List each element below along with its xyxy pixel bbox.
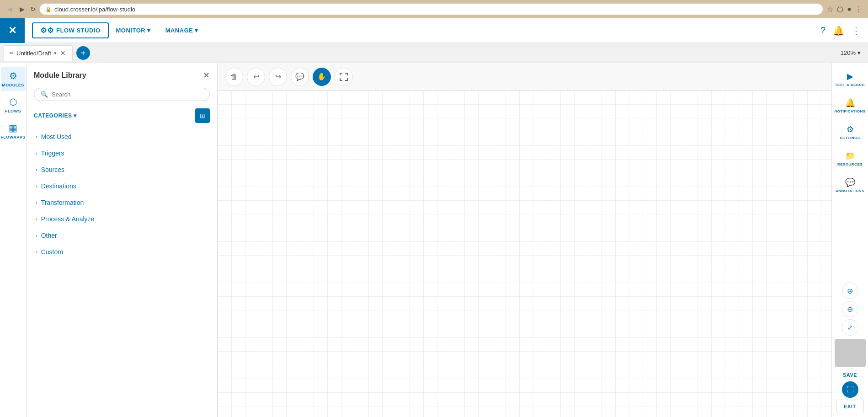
top-nav: ✕ ⚙⚙ FLOW STUDIO MONITOR ▾ MANAGE ▾ ? 🔔 … bbox=[0, 18, 868, 43]
notifications-right-button[interactable]: 🔔 NOTIFICATIONS bbox=[833, 93, 868, 118]
menu-button[interactable]: ⋮ bbox=[855, 5, 863, 14]
fullscreen-button[interactable]: ⛶ bbox=[842, 381, 858, 398]
tab-edit-icon: ✏ bbox=[10, 50, 14, 56]
canvas-area: 🗑 ↩ ↪ 💬 ✋ bbox=[218, 63, 831, 417]
back-button[interactable]: ◀ bbox=[5, 4, 14, 15]
categories-text: CATEGORIES bbox=[34, 112, 72, 119]
zoom-out-icon: ⊖ bbox=[847, 305, 853, 314]
forward-button[interactable]: ▶ bbox=[18, 4, 27, 15]
category-sources[interactable]: › Sources bbox=[34, 161, 210, 178]
chevron-destinations-icon: › bbox=[36, 183, 37, 189]
main-content: ⚙ MODULES ⬡ FLOWS ▦ FLOWAPPS Module Libr… bbox=[0, 63, 868, 417]
save-button[interactable]: SAVE bbox=[841, 370, 859, 380]
tab-title: Untitled/Draft bbox=[16, 50, 51, 57]
category-triggers[interactable]: › Triggers bbox=[34, 145, 210, 161]
refresh-button[interactable]: ↻ bbox=[30, 5, 36, 13]
canvas-main[interactable] bbox=[218, 91, 831, 417]
sidebar-item-modules[interactable]: ⚙ MODULES bbox=[1, 67, 26, 91]
category-other[interactable]: › Other bbox=[34, 227, 210, 244]
flow-studio-button[interactable]: ⚙⚙ FLOW STUDIO bbox=[32, 22, 109, 38]
redo-tool-button[interactable]: ↪ bbox=[269, 68, 287, 86]
undo-tool-button[interactable]: ↩ bbox=[247, 68, 265, 86]
annotations-icon: 💬 bbox=[845, 177, 855, 187]
categories-grid-view-button[interactable]: ⊞ bbox=[195, 108, 210, 123]
zoom-out-button[interactable]: ⊖ bbox=[842, 301, 858, 317]
flow-studio-icon: ⚙⚙ bbox=[40, 26, 53, 35]
zoom-indicator[interactable]: 120% ▾ bbox=[841, 49, 861, 56]
undo-icon: ↩ bbox=[253, 72, 259, 81]
category-sources-label: Sources bbox=[41, 166, 64, 173]
chevron-transformation-icon: › bbox=[36, 200, 37, 205]
browser-chrome: ◀ ▶ ↻ 🔒 cloud.crosser.io/ipa/flow-studio… bbox=[0, 0, 868, 18]
category-custom[interactable]: › Custom bbox=[34, 244, 210, 260]
chevron-triggers-icon: › bbox=[36, 150, 37, 156]
manage-chevron-icon: ▾ bbox=[195, 27, 198, 34]
search-box[interactable]: 🔍 bbox=[34, 88, 210, 101]
search-input[interactable] bbox=[52, 91, 203, 98]
category-transformation[interactable]: › Transformation bbox=[34, 194, 210, 211]
logo-button[interactable]: ✕ bbox=[0, 18, 25, 43]
annotations-button[interactable]: 💬 ANNOTATIONS bbox=[833, 173, 868, 198]
category-custom-label: Custom bbox=[41, 248, 63, 256]
test-debug-button[interactable]: ▶ TEST & DEBUG bbox=[833, 67, 868, 91]
category-most-used[interactable]: › Most Used bbox=[34, 128, 210, 145]
sidebar-item-flows[interactable]: ⬡ FLOWS bbox=[1, 93, 26, 117]
delete-icon: 🗑 bbox=[230, 73, 238, 81]
category-process-analyze[interactable]: › Process & Analyze bbox=[34, 211, 210, 227]
fullscreen-icon: ⛶ bbox=[847, 385, 854, 394]
chevron-most-used-icon: › bbox=[36, 134, 37, 139]
tab-add-button[interactable]: + bbox=[76, 46, 90, 60]
canvas-toolbar: 🗑 ↩ ↪ 💬 ✋ bbox=[218, 63, 831, 91]
zoom-value: 120% bbox=[841, 49, 856, 56]
extensions-button[interactable]: ⬡ bbox=[837, 5, 843, 14]
tab-bar: ✏ Untitled/Draft ▾ ✕ + 120% ▾ bbox=[0, 43, 868, 63]
marquee-tool-button[interactable] bbox=[335, 68, 353, 86]
search-icon: 🔍 bbox=[41, 91, 48, 98]
right-bottom-actions: ⊕ ⊖ ⤢ SAVE ⛶ EXIT bbox=[832, 283, 868, 417]
delete-tool-button[interactable]: 🗑 bbox=[225, 68, 243, 86]
help-button[interactable]: ? bbox=[820, 25, 825, 36]
zoom-chevron-icon: ▾ bbox=[857, 49, 861, 56]
left-sidebar: ⚙ MODULES ⬡ FLOWS ▦ FLOWAPPS bbox=[0, 63, 27, 417]
manage-button[interactable]: MANAGE ▾ bbox=[158, 24, 206, 37]
select-hand-icon: ✋ bbox=[317, 72, 326, 81]
notifications-nav-button[interactable]: 🔔 bbox=[833, 25, 844, 36]
resources-button[interactable]: 📁 RESOURCES bbox=[833, 146, 868, 171]
categories-chevron-icon: ▾ bbox=[74, 112, 77, 119]
zoom-in-icon: ⊕ bbox=[847, 287, 853, 295]
module-library-close-button[interactable]: ✕ bbox=[203, 70, 210, 80]
tab-close-button[interactable]: ✕ bbox=[59, 49, 67, 57]
browser-actions: ☆ ⬡ ● ⋮ bbox=[827, 5, 863, 14]
redo-icon: ↪ bbox=[275, 72, 281, 81]
nav-right: ? 🔔 ⋮ bbox=[820, 25, 861, 36]
tab-untitled[interactable]: ✏ Untitled/Draft ▾ ✕ bbox=[4, 45, 73, 61]
more-options-button[interactable]: ⋮ bbox=[852, 25, 861, 36]
exit-label: EXIT bbox=[844, 404, 856, 409]
exit-button[interactable]: EXIT bbox=[836, 400, 864, 413]
zoom-in-button[interactable]: ⊕ bbox=[842, 283, 858, 299]
categories-label[interactable]: CATEGORIES ▾ bbox=[34, 112, 77, 119]
module-library-panel: Module Library ✕ 🔍 CATEGORIES ▾ ⊞ › Most bbox=[27, 63, 218, 417]
chevron-custom-icon: › bbox=[36, 249, 37, 255]
category-destinations[interactable]: › Destinations bbox=[34, 178, 210, 194]
save-label: SAVE bbox=[843, 372, 857, 378]
right-sidebar: ▶ TEST & DEBUG 🔔 NOTIFICATIONS ⚙ SETTING… bbox=[831, 63, 868, 417]
monitor-label: MONITOR bbox=[116, 27, 146, 34]
modules-icon: ⚙ bbox=[9, 70, 17, 81]
category-destinations-label: Destinations bbox=[41, 182, 76, 190]
app-container: ✕ ⚙⚙ FLOW STUDIO MONITOR ▾ MANAGE ▾ ? 🔔 … bbox=[0, 18, 868, 417]
profile-button[interactable]: ● bbox=[847, 5, 852, 13]
select-tool-button[interactable]: ✋ bbox=[313, 68, 331, 86]
module-library-title: Module Library bbox=[34, 71, 86, 80]
flows-icon: ⬡ bbox=[9, 96, 17, 107]
settings-button[interactable]: ⚙ SETTINGS bbox=[833, 120, 868, 144]
monitor-button[interactable]: MONITOR ▾ bbox=[109, 24, 158, 37]
manage-label: MANAGE bbox=[165, 27, 193, 34]
module-library-header: Module Library ✕ bbox=[34, 70, 210, 80]
comment-tool-button[interactable]: 💬 bbox=[291, 68, 309, 86]
url-bar[interactable]: 🔒 cloud.crosser.io/ipa/flow-studio bbox=[39, 3, 823, 15]
sidebar-item-flowapps[interactable]: ▦ FLOWAPPS bbox=[1, 119, 26, 143]
categories-header: CATEGORIES ▾ ⊞ bbox=[34, 108, 210, 123]
bookmark-button[interactable]: ☆ bbox=[827, 5, 833, 14]
fit-to-screen-button[interactable]: ⤢ bbox=[842, 319, 858, 336]
